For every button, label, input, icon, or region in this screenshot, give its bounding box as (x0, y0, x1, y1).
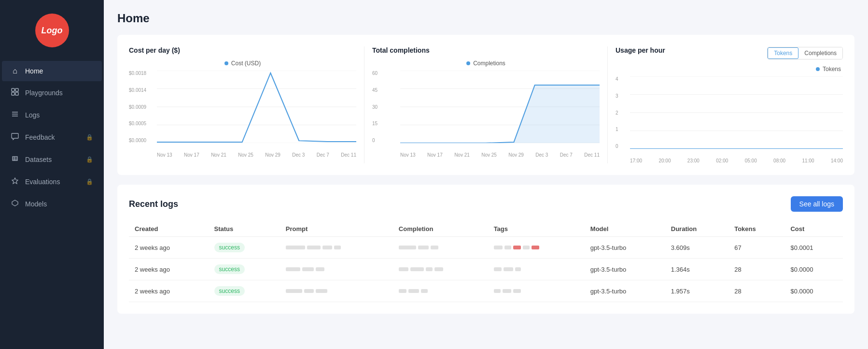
sidebar-item-evaluations[interactable]: Evaluations 🔒 (2, 171, 102, 192)
row1-tags (488, 237, 585, 259)
col-tokens: Tokens (728, 221, 784, 237)
usage-chart-area: 4 3 2 1 0 (616, 76, 843, 163)
row3-prompt (280, 280, 393, 302)
status-badge: success (214, 286, 245, 296)
usage-x-axis: 17:00 20:00 23:00 02:00 05:00 08:00 11:0… (630, 158, 843, 163)
sidebar-label-playgrounds: Playgrounds (25, 89, 93, 97)
usage-legend-dot (816, 67, 820, 71)
evaluations-icon (11, 177, 19, 187)
home-icon: ⌂ (11, 67, 19, 75)
row2-status: success (209, 259, 280, 280)
usage-legend-label: Tokens (823, 66, 841, 73)
row2-prompt (280, 259, 393, 280)
logs-icon (11, 110, 19, 120)
usage-per-hour-chart: Usage per hour Tokens Completions Tokens… (608, 46, 843, 163)
recent-logs-card: Recent logs See all logs Created Status … (117, 185, 854, 314)
row3-duration: 1.957s (665, 280, 728, 302)
svg-rect-1 (15, 88, 18, 91)
svg-marker-21 (400, 85, 600, 143)
main-content: Home Cost per day ($) Cost (USD) $0.0018… (104, 0, 868, 349)
completions-chart-canvas (400, 71, 600, 143)
completions-x-axis: Nov 13 Nov 17 Nov 21 Nov 25 Nov 29 Dec 3… (400, 152, 600, 158)
toggle-completions-button[interactable]: Completions (798, 47, 842, 59)
usage-chart-canvas (630, 76, 843, 149)
row1-status: success (209, 237, 280, 259)
see-all-logs-button[interactable]: See all logs (791, 196, 843, 212)
status-badge: success (214, 264, 245, 274)
sidebar-item-logs[interactable]: Logs (2, 104, 102, 126)
logo-area: Logo (0, 0, 104, 57)
sidebar-item-home[interactable]: ⌂ Home (2, 61, 102, 81)
table-row: 2 weeks ago success (129, 237, 843, 259)
sidebar-item-feedback[interactable]: Feedback 🔒 (2, 127, 102, 148)
cost-chart-area: $0.0018 $0.0014 $0.0009 $0.0005 $0.0000 (129, 71, 356, 158)
col-cost: Cost (784, 221, 843, 237)
toggle-tokens-button[interactable]: Tokens (768, 47, 798, 59)
row1-completion (393, 237, 488, 259)
cost-y-axis: $0.0018 $0.0014 $0.0009 $0.0005 $0.0000 (129, 71, 157, 143)
row2-cost: $0.0000 (784, 259, 843, 280)
cost-legend-label: Cost (USD) (231, 60, 261, 67)
logs-title: Recent logs (129, 199, 178, 209)
sidebar-item-datasets[interactable]: Datasets 🔒 (2, 149, 102, 170)
row2-tokens: 28 (728, 259, 784, 280)
row1-prompt (280, 237, 393, 259)
sidebar-label-logs: Logs (25, 111, 93, 119)
svg-rect-0 (12, 88, 14, 91)
completions-chart-legend: Completions (372, 60, 600, 67)
row2-tags (488, 259, 585, 280)
usage-y-axis: 4 3 2 1 0 (616, 76, 630, 149)
col-model: Model (585, 221, 665, 237)
row3-tags (488, 280, 585, 302)
status-badge: success (214, 243, 245, 252)
svg-marker-10 (12, 200, 18, 206)
row1-cost: $0.0001 (784, 237, 843, 259)
row2-duration: 1.364s (665, 259, 728, 280)
cost-x-axis: Nov 13 Nov 17 Nov 21 Nov 25 Nov 29 Dec 3… (157, 152, 356, 158)
sidebar: Logo ⌂ Home Playgrounds (0, 0, 104, 349)
usage-toggle-buttons: Tokens Completions (767, 47, 843, 59)
svg-rect-2 (12, 92, 14, 95)
logo: Logo (35, 14, 69, 47)
usage-header: Usage per hour Tokens Completions (616, 46, 843, 60)
col-created: Created (129, 221, 209, 237)
cost-per-day-chart: Cost per day ($) Cost (USD) $0.0018 $0.0… (129, 46, 364, 163)
charts-card: Cost per day ($) Cost (USD) $0.0018 $0.0… (117, 35, 854, 175)
sidebar-item-models[interactable]: Models (2, 193, 102, 215)
sidebar-label-models: Models (25, 200, 93, 208)
row3-status: success (209, 280, 280, 302)
row1-tokens: 67 (728, 237, 784, 259)
row3-completion (393, 280, 488, 302)
logs-header: Recent logs See all logs (129, 196, 843, 212)
usage-chart-legend: Tokens (616, 66, 841, 73)
row1-model: gpt-3.5-turbo (585, 237, 665, 259)
page-title: Home (117, 12, 854, 25)
evaluations-lock-icon: 🔒 (86, 178, 93, 185)
logs-table: Created Status Prompt Completion Tags Mo… (129, 221, 843, 302)
cost-legend-dot (224, 61, 228, 65)
row2-completion (393, 259, 488, 280)
completions-y-axis: 60 45 30 15 0 (372, 71, 400, 143)
completions-chart-area: 60 45 30 15 0 (372, 71, 600, 158)
logs-table-header: Created Status Prompt Completion Tags Mo… (129, 221, 843, 237)
sidebar-label-datasets: Datasets (25, 156, 80, 163)
feedback-lock-icon: 🔒 (86, 134, 93, 141)
completions-legend-dot (466, 61, 470, 65)
col-tags: Tags (488, 221, 585, 237)
sidebar-label-evaluations: Evaluations (25, 178, 80, 186)
svg-rect-3 (15, 92, 18, 95)
sidebar-label-feedback: Feedback (25, 133, 80, 141)
datasets-lock-icon: 🔒 (86, 156, 93, 163)
row3-created: 2 weeks ago (129, 280, 209, 302)
sidebar-item-playgrounds[interactable]: Playgrounds (2, 82, 102, 103)
sidebar-label-home: Home (25, 67, 93, 75)
usage-chart-title: Usage per hour (616, 46, 665, 54)
table-row: 2 weeks ago success (129, 259, 843, 280)
cost-chart-legend: Cost (USD) (129, 60, 356, 67)
total-completions-chart: Total completions Completions 60 45 30 1… (364, 46, 608, 163)
row2-created: 2 weeks ago (129, 259, 209, 280)
col-prompt: Prompt (280, 221, 393, 237)
completions-chart-title: Total completions (372, 46, 600, 54)
col-completion: Completion (393, 221, 488, 237)
playgrounds-icon (11, 88, 19, 98)
